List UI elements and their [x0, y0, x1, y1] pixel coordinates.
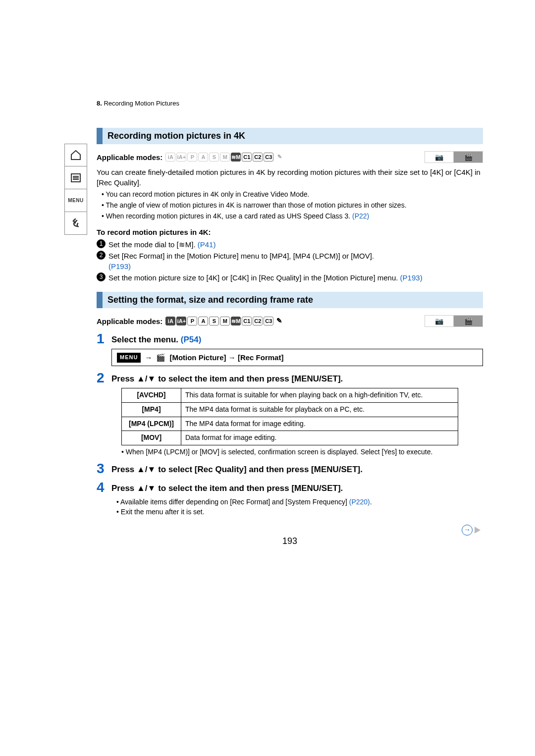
table-row: [AVCHD]This data format is suitable for …	[122, 388, 458, 403]
steps-record-4k: 1Set the mode dial to [≋M]. (P41) 2Set […	[97, 239, 483, 283]
table-row: [MP4 (LPCM)]The MP4 data format for imag…	[122, 417, 458, 431]
menu-button[interactable]: MENU	[64, 189, 87, 212]
subhead-record-4k: To record motion pictures in 4K:	[97, 227, 483, 237]
mode-c3-icon: C3	[264, 153, 273, 162]
step-number-4: 4	[97, 481, 111, 494]
table-row: [MP4]The MP4 data format is suitable for…	[122, 402, 458, 417]
video-tab[interactable]: 🎬	[454, 152, 482, 162]
back-button[interactable]	[64, 212, 87, 235]
mode-palette-icon: ✎	[274, 153, 284, 162]
step-num-1-icon: 1	[97, 239, 106, 248]
applicable-modes-label-2: Applicable modes:	[97, 316, 162, 326]
applicable-modes-row-format: Applicable modes: iA iA+ P A S M ≋M C1 C…	[97, 315, 483, 327]
page-number: 193	[97, 535, 483, 547]
step-3: 3Set the motion picture size to [4K] or …	[97, 272, 483, 283]
mode-c3-icon: C3	[264, 317, 273, 325]
format-name: [AVCHD]	[122, 388, 181, 403]
menu-path-box: MENU → 🎬 [Motion Picture] → [Rec Format]	[111, 349, 483, 366]
mode-c1-icon: C1	[242, 153, 252, 162]
format-name: [MP4]	[122, 402, 181, 417]
mode-m-icon: M	[220, 153, 230, 162]
format-desc: The MP4 data format is suitable for play…	[181, 402, 458, 417]
mode-p-icon: P	[187, 317, 197, 325]
mode-c1-icon: C1	[242, 317, 252, 325]
mode-iaplus-icon: iA+	[176, 317, 186, 325]
step-number-2: 2	[97, 371, 111, 385]
toc-icon	[70, 172, 82, 184]
mode-p-icon: P	[187, 153, 197, 162]
heading-4k: Recording motion pictures in 4K	[97, 128, 483, 144]
link-p220[interactable]: (P220)	[349, 498, 370, 506]
big-step-4: 4 Press ▲/▼ to select the item and then …	[97, 481, 483, 494]
after-table-note: When [MP4 (LPCM)] or [MOV] is selected, …	[121, 447, 483, 457]
mode-s-icon: S	[209, 153, 219, 162]
note-2: The angle of view of motion pictures in …	[97, 201, 483, 211]
link-p193b[interactable]: (P193)	[400, 273, 423, 282]
big-step-2: 2 Press ▲/▼ to select the item and then …	[97, 371, 483, 385]
photo-tab[interactable]: 📷	[425, 152, 454, 162]
photo-tab[interactable]: 📷	[425, 316, 454, 326]
link-p193a[interactable]: (P193)	[108, 261, 374, 271]
breadcrumb: 8. Recording Motion Pictures	[97, 99, 483, 108]
mode-palette-icon: ✎	[274, 317, 284, 325]
mode-video-icon: ≋M	[231, 317, 241, 325]
movie-icon: 🎬	[464, 153, 473, 162]
step-1: 1Set the mode dial to [≋M]. (P41)	[97, 239, 483, 250]
heading-format: Setting the format, size and recording f…	[97, 292, 483, 308]
camera-icon: 📷	[435, 317, 443, 326]
mode-m-icon: M	[220, 317, 230, 325]
applicable-modes-row-4k: Applicable modes: iA iA+ P A S M ≋M C1 C…	[97, 151, 483, 163]
after-table-notes: When [MP4 (LPCM)] or [MOV] is selected, …	[121, 447, 483, 457]
applicable-modes-label: Applicable modes:	[97, 152, 162, 162]
step-number-3: 3	[97, 462, 111, 476]
table-row: [MOV]Data format for image editing.	[122, 431, 458, 445]
intro-4k: You can create finely-detailed motion pi…	[97, 167, 483, 188]
media-tabs-2: 📷 🎬	[425, 315, 483, 327]
format-table: [AVCHD]This data format is suitable for …	[121, 388, 458, 445]
step-num-3-icon: 3	[97, 272, 106, 281]
page-content: 8. Recording Motion Pictures Recording m…	[97, 0, 483, 547]
format-desc: The MP4 data format for image editing.	[181, 417, 458, 431]
step4-note-2: Exit the menu after it is set.	[116, 507, 483, 517]
wedge-icon	[475, 527, 481, 534]
notes-4k: You can record motion pictures in 4K onl…	[97, 190, 483, 221]
step4-note-1: Available items differ depending on [Rec…	[116, 497, 483, 507]
mode-ia-icon: iA	[165, 153, 175, 162]
mode-ia-icon: iA	[165, 317, 175, 325]
home-button[interactable]	[64, 144, 87, 166]
mode-icons-format: iA iA+ P A S M ≋M C1 C2 C3 ✎	[165, 317, 284, 325]
back-icon	[70, 217, 82, 229]
mode-a-icon: A	[198, 317, 208, 325]
note-1: You can record motion pictures in 4K onl…	[97, 190, 483, 200]
link-p22[interactable]: (P22)	[352, 212, 369, 220]
home-icon	[70, 149, 82, 161]
menu-path-text: [Motion Picture] → [Rec Format]	[169, 352, 283, 363]
step-number-1: 1	[97, 332, 111, 346]
link-p41[interactable]: (P41)	[198, 240, 216, 249]
mode-a-icon: A	[198, 153, 208, 162]
menu-badge-icon: MENU	[117, 353, 141, 362]
note-3: When recording motion pictures in 4K, us…	[97, 212, 483, 221]
mode-video-icon: ≋M	[231, 153, 241, 162]
step-2: 2Set [Rec Format] in the [Motion Picture…	[97, 251, 483, 271]
step-num-2-icon: 2	[97, 251, 106, 260]
sidebar-nav: MENU	[64, 144, 87, 235]
next-arrow-icon: →	[462, 525, 473, 536]
arrow-icon: →	[145, 352, 152, 363]
big-step-3: 3 Press ▲/▼ to select [Rec Quality] and …	[97, 462, 483, 476]
media-tabs: 📷 🎬	[425, 151, 483, 163]
video-tab[interactable]: 🎬	[454, 316, 482, 326]
section-number: 8.	[97, 100, 102, 107]
format-name: [MOV]	[122, 431, 181, 445]
movie-menu-icon: 🎬	[156, 352, 165, 363]
mode-c2-icon: C2	[253, 153, 263, 162]
mode-iaplus-icon: iA+	[176, 153, 186, 162]
mode-s-icon: S	[209, 317, 219, 325]
next-page-button[interactable]: →	[462, 525, 482, 536]
format-name: [MP4 (LPCM)]	[122, 417, 181, 431]
link-p54[interactable]: (P54)	[181, 335, 202, 344]
big-step-1: 1 Select the menu. (P54)	[97, 332, 483, 346]
format-desc: Data format for image editing.	[181, 431, 458, 445]
format-desc: This data format is suitable for when pl…	[181, 388, 458, 403]
toc-button[interactable]	[64, 166, 87, 189]
